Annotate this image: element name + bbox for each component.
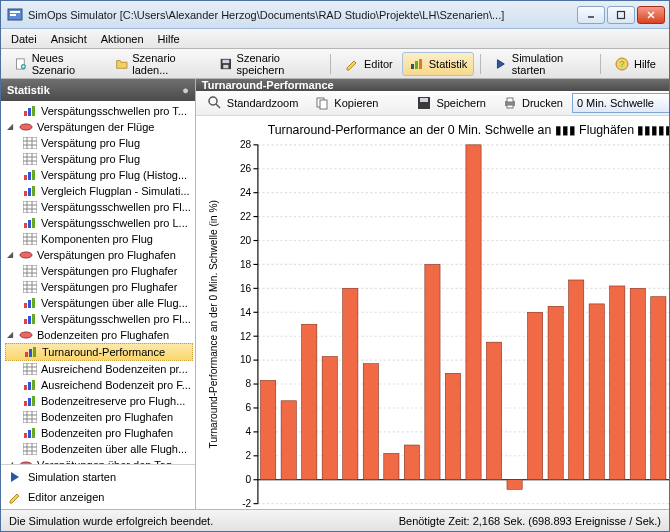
statistik-button[interactable]: Statistik bbox=[402, 52, 475, 76]
svg-rect-12 bbox=[222, 59, 229, 62]
tree-group[interactable]: Verspätungen über den Tag bbox=[5, 457, 193, 464]
maximize-button[interactable] bbox=[607, 6, 635, 24]
svg-rect-13 bbox=[223, 64, 228, 67]
grid-icon bbox=[23, 265, 37, 277]
minimize-button[interactable] bbox=[577, 6, 605, 24]
standardzoom-button[interactable]: Standardzoom bbox=[200, 91, 306, 115]
new-szenario-button[interactable]: Neues Szenario bbox=[7, 48, 106, 80]
load-szenario-button[interactable]: Szenario laden... bbox=[108, 48, 210, 80]
speichern-button[interactable]: Speichern bbox=[409, 91, 493, 115]
tree-item-label: Ausreichend Bodenzeiten pr... bbox=[41, 361, 188, 377]
grid-icon bbox=[23, 363, 37, 375]
svg-rect-91 bbox=[28, 430, 31, 438]
svg-rect-193 bbox=[651, 297, 666, 480]
tree-item[interactable]: Komponenten pro Flug bbox=[5, 231, 193, 247]
tree-item[interactable]: Verspätungsschwellen pro T... bbox=[5, 103, 193, 119]
tree-group-label: Bodenzeiten pro Flughafen bbox=[37, 327, 169, 343]
button-label: Editor bbox=[364, 58, 393, 70]
svg-rect-182 bbox=[425, 264, 440, 479]
svg-rect-189 bbox=[568, 280, 583, 480]
svg-rect-38 bbox=[28, 188, 31, 196]
menu-ansicht[interactable]: Ansicht bbox=[45, 31, 93, 47]
tree-item[interactable]: Vergleich Flugplan - Simulati... bbox=[5, 183, 193, 199]
left-panel-footer: Simulation starten Editor anzeigen bbox=[1, 464, 195, 509]
svg-marker-17 bbox=[498, 59, 505, 68]
simulation-starten-button[interactable]: Simulation starten bbox=[487, 48, 594, 80]
tree-item[interactable]: Bodenzeiten pro Flughafen bbox=[5, 409, 193, 425]
svg-rect-190 bbox=[589, 304, 604, 480]
tree-item[interactable]: Verspätungsschwellen pro Fl... bbox=[5, 199, 193, 215]
footer-simulation-starten[interactable]: Simulation starten bbox=[7, 469, 189, 485]
grid-icon bbox=[23, 137, 37, 149]
tree-item[interactable]: Bodenzeiten über alle Flugh... bbox=[5, 441, 193, 457]
svg-rect-67 bbox=[24, 319, 27, 324]
tree-group[interactable]: Verspätungen pro Flughafen bbox=[5, 247, 193, 263]
tree-group-label: Verspätungen der Flüge bbox=[37, 119, 154, 135]
svg-rect-39 bbox=[32, 186, 35, 196]
kopieren-button[interactable]: Kopieren bbox=[307, 91, 385, 115]
svg-rect-183 bbox=[445, 373, 460, 479]
save-szenario-button[interactable]: Szenario speichern bbox=[212, 48, 324, 80]
editor-button[interactable]: Editor bbox=[337, 52, 400, 76]
tree-item[interactable]: Turnaround-Performance bbox=[5, 343, 193, 361]
tree-item[interactable]: Verspätungen pro Flughafer bbox=[5, 279, 193, 295]
svg-text:16: 16 bbox=[240, 283, 252, 294]
tree-item[interactable]: Verspätung pro Flug bbox=[5, 151, 193, 167]
tree-group[interactable]: Bodenzeiten pro Flughafen bbox=[5, 327, 193, 343]
svg-rect-119 bbox=[420, 98, 428, 102]
svg-rect-177 bbox=[322, 357, 337, 480]
help-icon: ? bbox=[614, 56, 630, 72]
svg-rect-121 bbox=[507, 98, 513, 102]
button-label: Szenario speichern bbox=[237, 52, 318, 76]
svg-rect-174 bbox=[260, 380, 275, 479]
bars-icon bbox=[23, 297, 37, 309]
menu-datei[interactable]: Datei bbox=[5, 31, 43, 47]
svg-rect-181 bbox=[404, 445, 419, 480]
tree-item[interactable]: Bodenzeiten pro Flughafen bbox=[5, 425, 193, 441]
svg-rect-192 bbox=[630, 288, 645, 479]
tree-item-label: Verspätung pro Flug (Histog... bbox=[41, 167, 187, 183]
svg-point-53 bbox=[20, 252, 32, 258]
footer-editor-anzeigen[interactable]: Editor anzeigen bbox=[7, 489, 189, 505]
drucken-button[interactable]: Drucken bbox=[495, 91, 570, 115]
close-button[interactable] bbox=[637, 6, 665, 24]
svg-rect-35 bbox=[28, 172, 31, 180]
status-bar: Die Simulation wurde erfolgreich beendet… bbox=[1, 509, 669, 531]
svg-rect-186 bbox=[507, 480, 522, 490]
tree-item[interactable]: Verspätungen pro Flughafer bbox=[5, 263, 193, 279]
grid-icon bbox=[23, 201, 37, 213]
svg-rect-90 bbox=[24, 433, 27, 438]
label: Kopieren bbox=[334, 97, 378, 109]
svg-text:28: 28 bbox=[240, 139, 252, 150]
tree-item[interactable]: Verspätung pro Flug (Histog... bbox=[5, 167, 193, 183]
tree-item[interactable]: Verspätungen über alle Flug... bbox=[5, 295, 193, 311]
hilfe-button[interactable]: ? Hilfe bbox=[607, 52, 663, 76]
disk-icon bbox=[19, 329, 33, 341]
tree-item[interactable]: Ausreichend Bodenzeit pro F... bbox=[5, 377, 193, 393]
menu-aktionen[interactable]: Aktionen bbox=[95, 31, 150, 47]
tree-item[interactable]: Verspätungsschwellen pro L... bbox=[5, 215, 193, 231]
bars-icon bbox=[23, 427, 37, 439]
svg-rect-20 bbox=[24, 111, 27, 116]
label: Editor anzeigen bbox=[28, 491, 104, 503]
svg-rect-66 bbox=[32, 298, 35, 308]
statistik-tree[interactable]: Verspätungsschwellen pro T...Verspätunge… bbox=[1, 101, 195, 464]
svg-rect-15 bbox=[415, 61, 418, 69]
tree-item-label: Bodenzeiten über alle Flugh... bbox=[41, 441, 187, 457]
tree-item[interactable]: Bodenzeitreserve pro Flugh... bbox=[5, 393, 193, 409]
grid-icon bbox=[23, 153, 37, 165]
svg-text:10: 10 bbox=[240, 354, 252, 365]
tree-item[interactable]: Verspätung pro Flug bbox=[5, 135, 193, 151]
tree-item[interactable]: Ausreichend Bodenzeiten pr... bbox=[5, 361, 193, 377]
svg-rect-74 bbox=[23, 363, 37, 375]
svg-rect-59 bbox=[23, 281, 37, 293]
tree-item[interactable]: Verspätungsschwellen pro Fl... bbox=[5, 311, 193, 327]
menu-hilfe[interactable]: Hilfe bbox=[152, 31, 186, 47]
tree-item-label: Verspätung pro Flug bbox=[41, 151, 140, 167]
schwelle-combo[interactable]: 0 Min. Schwelle ▾ bbox=[572, 93, 669, 113]
tree-group[interactable]: Verspätungen der Flüge bbox=[5, 119, 193, 135]
svg-rect-175 bbox=[281, 401, 296, 480]
svg-rect-29 bbox=[23, 153, 37, 165]
button-label: Statistik bbox=[429, 58, 468, 70]
svg-text:24: 24 bbox=[240, 187, 252, 198]
